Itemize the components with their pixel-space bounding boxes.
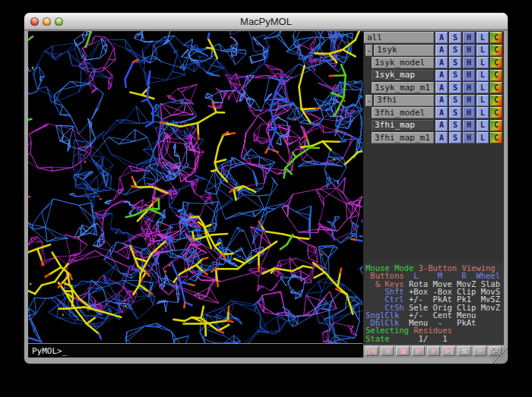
step-forward-button[interactable] xyxy=(427,346,440,356)
playback-bar: S F xyxy=(363,345,504,358)
mouse-mode-panel: Mouse Mode 3-Button Viewing Buttons L M … xyxy=(363,263,504,345)
action-h-all[interactable]: H xyxy=(463,32,475,43)
action-s-3fhi_map[interactable]: S xyxy=(449,120,461,131)
object-name-1syk[interactable]: 1syk xyxy=(374,45,434,56)
resize-grip-icon[interactable] xyxy=(492,348,508,364)
object-row-1syk_map_m1: 1syk_map_m1ASHLC xyxy=(364,82,502,93)
action-s-1syk[interactable]: S xyxy=(449,45,461,56)
action-l-1syk_map_m1[interactable]: L xyxy=(477,82,489,93)
action-c-1syk_map[interactable]: C xyxy=(490,70,502,81)
close-button[interactable] xyxy=(30,17,39,26)
action-s-all[interactable]: S xyxy=(449,32,461,43)
object-name-1syk_map[interactable]: 1syk_map xyxy=(372,70,434,81)
indent-spacer xyxy=(364,132,372,143)
action-h-1syk_map[interactable]: H xyxy=(463,70,475,81)
object-name-all[interactable]: all xyxy=(364,32,434,43)
object-name-3fhi_map[interactable]: 3fhi_map xyxy=(372,120,434,131)
action-s-3fhi[interactable]: S xyxy=(449,95,461,106)
action-a-1syk_map_m1[interactable]: A xyxy=(435,82,448,93)
window-content: PyMOL>_ allASHLC-1sykASHLC1syk_modelASHL… xyxy=(28,31,504,358)
action-c-1syk_map_m1[interactable]: C xyxy=(490,82,502,93)
action-a-1syk_map[interactable]: A xyxy=(435,70,448,81)
object-row-1syk: -1sykASHLC xyxy=(364,45,502,56)
viewport-3d: PyMOL>_ xyxy=(28,31,363,358)
action-a-1syk_model[interactable]: A xyxy=(435,57,448,68)
command-input[interactable]: PyMOL>_ xyxy=(32,346,67,356)
state-value: 1/ 1 xyxy=(390,334,448,343)
action-h-3fhi_map[interactable]: H xyxy=(463,120,475,131)
object-row-1syk_model: 1syk_modelASHLC xyxy=(364,57,502,68)
action-s-1syk_model[interactable]: S xyxy=(449,57,461,68)
action-c-1syk[interactable]: C xyxy=(490,45,502,56)
traffic-lights xyxy=(30,13,63,30)
collapse-toggle-3fhi[interactable]: - xyxy=(366,95,372,106)
action-h-3fhi_model[interactable]: H xyxy=(463,107,475,118)
window-title: MacPyMOL xyxy=(24,16,508,27)
object-row-3fhi_map: 3fhi_mapASHLC xyxy=(364,120,502,131)
play-button[interactable] xyxy=(412,346,425,356)
action-h-1syk_map_m1[interactable]: H xyxy=(463,82,475,93)
indent-spacer xyxy=(364,82,372,93)
indent-spacer xyxy=(364,57,372,68)
action-h-1syk[interactable]: H xyxy=(463,45,475,56)
macpymol-window: MacPyMOL PyMOL>_ allASHLC-1sykASHLC1syk_… xyxy=(24,13,508,364)
action-a-3fhi[interactable]: A xyxy=(435,95,448,106)
action-c-3fhi_model[interactable]: C xyxy=(490,107,502,118)
action-l-3fhi_map[interactable]: L xyxy=(477,120,489,131)
step-back-button[interactable] xyxy=(381,346,394,356)
collapse-toggle-1syk[interactable]: - xyxy=(366,45,372,56)
action-l-all[interactable]: L xyxy=(477,32,489,43)
object-row-3fhi_map_m1: 3fhi_map_m1ASHLC xyxy=(364,132,502,143)
control-panel: allASHLC-1sykASHLC1syk_modelASHLC1syk_ma… xyxy=(363,31,504,358)
action-c-3fhi_map_m1[interactable]: C xyxy=(490,132,502,143)
action-c-3fhi[interactable]: C xyxy=(490,95,502,106)
action-s-3fhi_map_m1[interactable]: S xyxy=(449,132,461,143)
action-h-3fhi[interactable]: H xyxy=(463,95,475,106)
state-row: State 1/ 1 xyxy=(366,335,504,342)
object-row-1syk_map: 1syk_mapASHLC xyxy=(364,70,502,81)
action-h-3fhi_map_m1[interactable]: H xyxy=(463,132,475,143)
action-s-1syk_map_m1[interactable]: S xyxy=(449,82,461,93)
desktop-background: MacPyMOL PyMOL>_ allASHLC-1sykASHLC1syk_… xyxy=(0,0,532,397)
action-s-1syk_map[interactable]: S xyxy=(449,70,461,81)
action-l-3fhi[interactable]: L xyxy=(477,95,489,106)
action-l-3fhi_map_m1[interactable]: L xyxy=(477,132,489,143)
object-row-3fhi: -3fhiASHLC xyxy=(364,95,502,106)
indent-spacer xyxy=(364,70,372,81)
go-to-start-button[interactable] xyxy=(366,346,378,356)
object-name-1syk_map_m1[interactable]: 1syk_map_m1 xyxy=(372,82,434,93)
indent-spacer xyxy=(364,107,372,118)
action-l-1syk_model[interactable]: L xyxy=(477,57,489,68)
object-row-3fhi_model: 3fhi_modelASHLC xyxy=(364,107,502,118)
action-h-1syk_model[interactable]: H xyxy=(463,57,475,68)
menu-down-button[interactable] xyxy=(473,346,486,356)
stop-button[interactable] xyxy=(396,346,409,356)
action-l-3fhi_model[interactable]: L xyxy=(477,107,489,118)
object-row-all: allASHLC xyxy=(364,32,502,43)
indent-spacer xyxy=(364,120,372,131)
molecular-viewport-canvas[interactable] xyxy=(28,31,363,343)
object-name-3fhi_map_m1[interactable]: 3fhi_map_m1 xyxy=(372,132,434,143)
action-c-1syk_model[interactable]: C xyxy=(490,57,502,68)
zoom-button[interactable] xyxy=(55,17,63,26)
object-name-3fhi[interactable]: 3fhi xyxy=(374,95,434,106)
go-to-end-button[interactable] xyxy=(442,346,455,356)
action-s-3fhi_model[interactable]: S xyxy=(449,107,461,118)
object-list: allASHLC-1sykASHLC1syk_modelASHLC1syk_ma… xyxy=(363,31,504,143)
action-a-3fhi_map[interactable]: A xyxy=(435,120,448,131)
action-l-1syk_map[interactable]: L xyxy=(477,70,489,81)
action-a-1syk[interactable]: A xyxy=(435,45,448,56)
object-name-3fhi_model[interactable]: 3fhi_model xyxy=(372,107,434,118)
command-line-bar[interactable]: PyMOL>_ xyxy=(28,343,363,358)
window-titlebar[interactable]: MacPyMOL xyxy=(24,13,508,30)
scene-button[interactable]: S xyxy=(458,346,470,356)
object-name-1syk_model[interactable]: 1syk_model xyxy=(372,57,434,68)
action-a-all[interactable]: A xyxy=(435,32,448,43)
action-l-1syk[interactable]: L xyxy=(477,45,489,56)
minimize-button[interactable] xyxy=(43,17,51,26)
action-a-3fhi_model[interactable]: A xyxy=(435,107,448,118)
action-a-3fhi_map_m1[interactable]: A xyxy=(435,132,448,143)
action-c-all[interactable]: C xyxy=(490,32,502,43)
state-label: State xyxy=(366,334,390,343)
action-c-3fhi_map[interactable]: C xyxy=(490,120,502,131)
